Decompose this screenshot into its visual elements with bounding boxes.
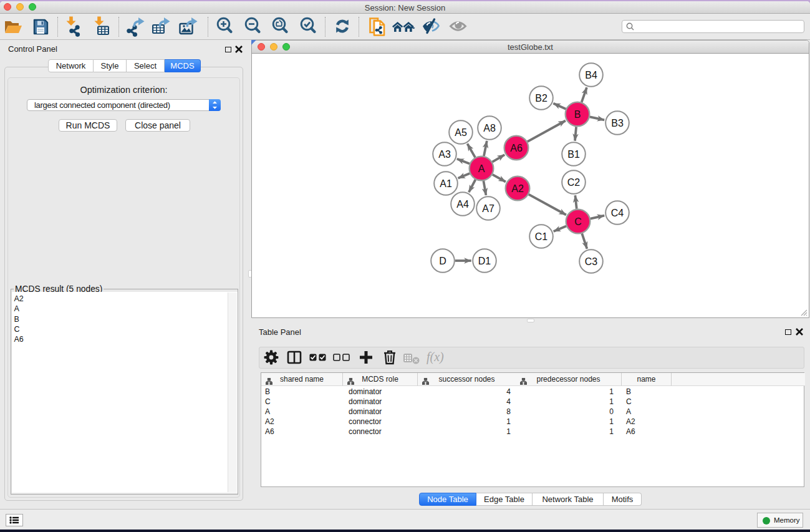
svg-text:A3: A3 (438, 149, 451, 160)
svg-text:A4: A4 (456, 199, 469, 210)
svg-text:C1: C1 (535, 231, 548, 242)
svg-text:C2: C2 (567, 177, 581, 188)
svg-text:B4: B4 (585, 70, 597, 80)
svg-text:A8: A8 (483, 123, 496, 133)
svg-text:B2: B2 (535, 93, 547, 104)
svg-text:A2: A2 (511, 183, 524, 194)
svg-text:A7: A7 (482, 203, 494, 214)
svg-text:B3: B3 (611, 118, 624, 128)
svg-text:D: D (439, 256, 446, 266)
svg-text:D1: D1 (478, 256, 491, 266)
svg-text:A6: A6 (510, 143, 523, 153)
svg-text:A: A (478, 163, 485, 174)
svg-text:B1: B1 (567, 149, 580, 160)
svg-text:C: C (574, 216, 582, 227)
svg-text:C3: C3 (585, 256, 598, 267)
svg-text:A1: A1 (440, 178, 452, 189)
svg-text:B: B (574, 109, 581, 120)
svg-text:A5: A5 (455, 127, 467, 138)
svg-text:C4: C4 (611, 208, 624, 218)
